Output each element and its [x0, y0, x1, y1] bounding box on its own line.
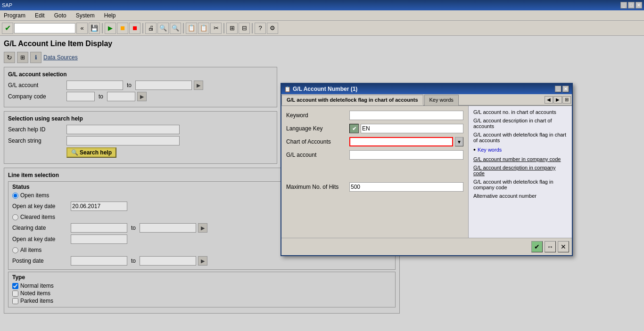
language-key-label: Language Key	[286, 125, 347, 132]
dialog-content: Keyword Language Key ✔ Chart of Accounts…	[281, 106, 572, 238]
tab-nav-prev-btn[interactable]: ◀	[545, 96, 553, 104]
chart-of-accounts-row: Chart of Accounts ▼	[286, 137, 463, 146]
execute-icon[interactable]: ▶	[105, 23, 116, 34]
title-bar-label: SAP	[2, 2, 12, 8]
settings-icon[interactable]: ⚙	[267, 23, 278, 34]
keyword-menu-item-5[interactable]: G/L account description in company code	[471, 163, 570, 178]
dialog-gl-account-label: G/L account	[286, 152, 347, 158]
dialog-cancel-btn[interactable]: ✕	[558, 241, 569, 252]
paste-icon[interactable]: 📋	[198, 23, 209, 34]
keyword-menu-item-4-label: G/L account number in company code	[473, 156, 561, 162]
keyword-menu-item-6-label: G/L account with delete/lock flag in com…	[473, 179, 567, 190]
dialog-title-buttons: _ ✕	[555, 86, 569, 92]
save-icon[interactable]: 💾	[89, 23, 100, 34]
cancel-icon[interactable]: ⏹	[129, 23, 140, 34]
keyword-menu-item-7[interactable]: Alternative account number	[471, 192, 570, 200]
check-icon[interactable]: ✔	[2, 23, 13, 34]
keyword-menu-bullet-3: •	[473, 146, 476, 153]
keyword-input[interactable]	[349, 111, 463, 120]
dialog-title-bar: 📋 G/L Account Number (1) _ ✕	[281, 84, 572, 94]
keyword-menu-item-5-label: G/L account description in company code	[473, 165, 567, 176]
tab-nav-buttons: ◀ ▶ ⊞	[544, 94, 572, 105]
tab-nav-next-btn[interactable]: ▶	[553, 96, 562, 104]
keyword-menu-item-1[interactable]: G/L account description in chart of acco…	[471, 116, 570, 130]
keyword-menu-item-2-label: G/L account with delete/lock flag in cha…	[473, 132, 567, 143]
keyword-menu-item-4[interactable]: G/L account number in company code	[471, 155, 570, 163]
tab-nav-end-btn[interactable]: ⊞	[562, 96, 571, 104]
keyword-menu-item-3-label: Key words	[478, 147, 502, 153]
dialog-tab-bar: G/L account with delete/lock flag in cha…	[281, 94, 572, 106]
back-icon[interactable]: «	[76, 23, 88, 34]
command-field[interactable]	[14, 23, 75, 33]
dialog-gl-account-input[interactable]	[349, 150, 463, 160]
dialog-gl-account-row: G/L account	[286, 150, 463, 160]
main-content: G/L Account Line Item Display ↻ ⊞ ℹ Data…	[0, 36, 644, 331]
title-bar: SAP _ □ ✕	[0, 0, 644, 10]
dialog-refresh-btn[interactable]: ↔	[545, 241, 556, 252]
title-bar-buttons: _ □ ✕	[620, 2, 642, 8]
gl-account-dialog: 📋 G/L Account Number (1) _ ✕ G/L account…	[281, 83, 573, 256]
copy-icon[interactable]: 📋	[186, 23, 197, 34]
keyword-menu-item-6[interactable]: G/L account with delete/lock flag in com…	[471, 178, 570, 192]
max-hits-input[interactable]	[349, 182, 463, 192]
menu-help[interactable]: Help	[102, 11, 118, 20]
keyword-menu-item-1-label: G/L account description in chart of acco…	[473, 118, 567, 129]
language-key-input[interactable]	[361, 124, 463, 133]
minimize-button[interactable]: _	[620, 2, 627, 8]
tab-gl-account[interactable]: G/L account with delete/lock flag in cha…	[281, 95, 423, 105]
dialog-confirm-btn[interactable]: ✔	[531, 241, 543, 252]
max-hits-label: Maximum No. of Hits	[286, 184, 347, 190]
find-next-icon[interactable]: 🔍	[170, 23, 181, 34]
keyword-menu-item-2[interactable]: G/L account with delete/lock flag in cha…	[471, 130, 570, 145]
help-icon[interactable]: ?	[255, 23, 266, 34]
dialog-minimize-btn[interactable]: _	[555, 86, 561, 92]
maximize-button[interactable]: □	[628, 2, 635, 8]
max-hits-row: Maximum No. of Hits	[286, 182, 463, 192]
language-indicator: ✔	[349, 124, 359, 133]
dialog-footer: ✔ ↔ ✕	[281, 238, 572, 255]
stop-icon[interactable]: ⏹	[117, 23, 128, 34]
menu-goto[interactable]: Goto	[52, 11, 68, 20]
menu-bar: Program Edit Goto System Help	[0, 10, 644, 21]
dialog-close-btn[interactable]: ✕	[562, 86, 569, 92]
toolbar: ✔ « 💾 ▶ ⏹ ⏹ 🖨 🔍 🔍 📋 📋 ✂ ⊞ ⊟ ? ⚙	[0, 21, 644, 36]
chart-of-accounts-dropdown-btn[interactable]: ▼	[455, 137, 463, 146]
close-button[interactable]: ✕	[636, 2, 642, 8]
find-icon[interactable]: 🔍	[157, 23, 169, 34]
chart-of-accounts-input[interactable]	[349, 137, 453, 146]
keyword-label: Keyword	[286, 112, 347, 119]
layout2-icon[interactable]: ⊟	[239, 23, 250, 34]
keyword-menu-item-3[interactable]: • Key words	[471, 145, 570, 155]
keyword-menu-item-7-label: Alternative account number	[473, 193, 537, 199]
chart-of-accounts-label: Chart of Accounts	[286, 138, 347, 145]
menu-program[interactable]: Program	[2, 11, 27, 20]
layout-icon[interactable]: ⊞	[226, 23, 238, 34]
keyword-menu-item-0[interactable]: G/L account no. in chart of accounts	[471, 108, 570, 116]
cut-icon[interactable]: ✂	[210, 23, 222, 34]
dialog-title-label: G/L Account Number (1)	[293, 86, 357, 92]
menu-edit[interactable]: Edit	[33, 11, 47, 20]
keyword-menu-item-0-label: G/L account no. in chart of accounts	[473, 109, 556, 115]
language-key-row: Language Key ✔	[286, 124, 463, 133]
dialog-keyword-menu: G/L account no. in chart of accounts G/L…	[468, 106, 572, 238]
menu-system[interactable]: System	[74, 11, 97, 20]
tab-keywords[interactable]: Key words	[424, 95, 459, 105]
keyword-row: Keyword	[286, 111, 463, 120]
print-icon[interactable]: 🖨	[145, 23, 157, 34]
dialog-title-icon: 📋	[284, 86, 291, 92]
dialog-form-panel: Keyword Language Key ✔ Chart of Accounts…	[281, 106, 468, 238]
